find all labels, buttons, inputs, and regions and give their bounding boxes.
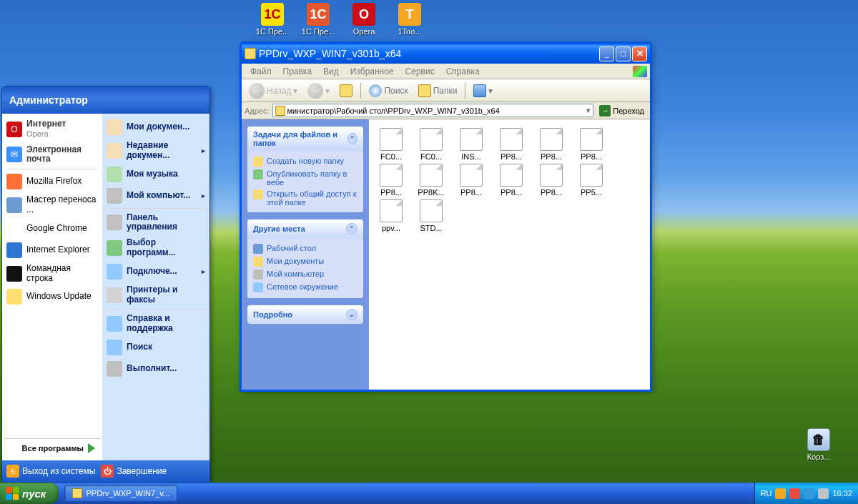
start-right-item-6[interactable]: Подключе...▸ [104, 261, 208, 282]
file-icon [380, 128, 403, 151]
desktop-icon-1c-2[interactable]: 1C 1C Пре... [300, 3, 336, 36]
file-icon [580, 164, 603, 187]
recycle-bin-icon[interactable]: 🗑 Корз... [801, 428, 837, 461]
views-button[interactable]: ▾ [469, 82, 497, 99]
desktop-icon-1c-1[interactable]: 1C 1C Пре... [255, 3, 290, 36]
menu-favorites[interactable]: Избранное [345, 65, 400, 78]
file-item[interactable]: FC0... [415, 128, 448, 161]
panel-header[interactable]: Подробно⌄ [247, 305, 363, 324]
desktop-icon-opera[interactable]: O Opera [346, 3, 382, 36]
file-icon [540, 164, 563, 187]
place-desktop[interactable]: Рабочий стол [253, 242, 358, 255]
start-item-5[interactable]: Windows Update [4, 286, 101, 307]
logoff-button[interactable]: ⎋Выход из системы [6, 465, 95, 478]
explorer-window: PPDrv_WXP_WIN7_v301b_x64 _ □ ✕ Файл Прав… [240, 41, 652, 392]
file-item[interactable]: PP8... [535, 128, 568, 161]
tray-icon[interactable] [804, 488, 814, 499]
start-item-1[interactable]: Мастер переноса ... [4, 192, 101, 218]
maximize-button[interactable]: □ [616, 46, 631, 61]
titlebar[interactable]: PPDrv_WXP_WIN7_v301b_x64 _ □ ✕ [242, 44, 650, 64]
tray-volume-icon[interactable] [818, 488, 829, 499]
address-path: министратор\Рабочий стол\PPDrv_WXP_WIN7_… [287, 107, 585, 115]
task-publish[interactable]: Опубликовать папку в вебе [253, 168, 358, 188]
start-right-item-5[interactable]: Выбор программ... [104, 235, 208, 261]
start-menu-left: O ИнтернетOpera ✉ Электронная почта Mozi… [2, 114, 102, 460]
start-item-0[interactable]: Mozilla Firefox [4, 171, 101, 192]
file-item[interactable]: INS... [455, 128, 488, 161]
place-documents[interactable]: Мои документы [253, 255, 358, 268]
arrow-right-icon [88, 443, 95, 453]
start-right-item-8[interactable]: Справка и поддержка [104, 311, 208, 337]
toolbar: ←Назад ▾ →▾ Поиск Папки ▾ [242, 79, 650, 102]
task-new-folder[interactable]: Создать новую папку [253, 155, 358, 168]
menu-file[interactable]: Файл [245, 65, 277, 78]
pinned-email[interactable]: ✉ Электронная почта [4, 142, 101, 168]
start-item-3[interactable]: Internet Explorer [4, 239, 101, 261]
address-bar: Адрес: министратор\Рабочий стол\PPDrv_WX… [242, 102, 650, 119]
start-right-item-4[interactable]: Панель управления [104, 210, 208, 236]
task-pane: Задачи для файлов и папок⌃ Создать новую… [242, 119, 369, 390]
start-right-item-2[interactable]: Моя музыка [104, 164, 208, 185]
start-button[interactable]: пуск [0, 483, 59, 504]
all-programs-button[interactable]: Все программы [4, 438, 101, 458]
clock[interactable]: 16:32 [832, 489, 852, 498]
forward-button[interactable]: →▾ [303, 81, 334, 101]
file-icon [380, 199, 403, 222]
go-button[interactable]: →Переход [596, 104, 647, 117]
file-icon [580, 128, 603, 151]
desktop: 1C 1C Пре... 1C 1C Пре... O Opera T 1Too… [0, 0, 858, 504]
folder-icon [245, 48, 256, 59]
file-item[interactable]: PP8K... [415, 164, 448, 197]
explorer-body: Задачи для файлов и папок⌃ Создать новую… [242, 119, 650, 390]
pinned-internet[interactable]: O ИнтернетOpera [4, 117, 101, 142]
minimize-button[interactable]: _ [599, 46, 614, 61]
tray-icon[interactable] [775, 488, 786, 499]
place-network[interactable]: Сетевое окружение [253, 281, 358, 294]
start-menu-right: Мои докумен...Недавние докумен...▸Моя му… [102, 114, 209, 460]
language-indicator[interactable]: RU [761, 489, 772, 498]
menu-tools[interactable]: Сервис [400, 65, 440, 78]
file-list[interactable]: FC0...FC0...INS...PP8...PP8...PP8...PP8.… [369, 119, 650, 390]
file-item[interactable]: FC0... [375, 128, 408, 161]
start-right-item-1[interactable]: Недавние докумен...▸ [104, 138, 208, 164]
file-item[interactable]: PP8... [575, 128, 608, 161]
tray-icon[interactable] [789, 488, 800, 499]
start-right-item-9[interactable]: Поиск [104, 337, 208, 358]
close-button[interactable]: ✕ [632, 46, 647, 61]
back-button[interactable]: ←Назад ▾ [245, 81, 302, 101]
file-item[interactable]: ppv... [375, 199, 408, 232]
up-button[interactable] [335, 82, 357, 99]
address-label: Адрес: [245, 107, 270, 115]
start-item-2[interactable]: Google Chrome [4, 218, 101, 239]
desktop-icon-1tool[interactable]: T 1Too... [392, 3, 428, 36]
desktop-icons-row: 1C 1C Пре... 1C 1C Пре... O Opera T 1Too… [255, 3, 428, 36]
file-item[interactable]: PP5... [575, 164, 608, 197]
shutdown-button[interactable]: ⏻Завершение [101, 465, 167, 478]
task-share[interactable]: Открыть общий доступ к этой папке [253, 188, 358, 208]
start-right-item-3[interactable]: Мой компьют...▸ [104, 185, 208, 207]
folders-button[interactable]: Папки [414, 82, 462, 99]
file-item[interactable]: PP8... [535, 164, 568, 197]
taskbar-task-explorer[interactable]: PPDrv_WXP_WIN7_v... [64, 485, 177, 502]
file-item[interactable]: PP8... [375, 164, 408, 197]
window-title: PPDrv_WXP_WIN7_v301b_x64 [259, 48, 598, 59]
start-item-4[interactable]: Командная строка [4, 261, 101, 287]
windows-logo-icon [6, 487, 19, 500]
file-item[interactable]: STD... [415, 199, 448, 232]
menu-help[interactable]: Справка [440, 65, 485, 78]
file-item[interactable]: PP8... [455, 164, 488, 197]
menu-view[interactable]: Вид [317, 65, 345, 78]
file-item[interactable]: PP8... [495, 164, 528, 197]
start-right-item-0[interactable]: Мои докумен... [104, 117, 208, 138]
place-computer[interactable]: Мой компьютер [253, 268, 358, 281]
address-input[interactable]: министратор\Рабочий стол\PPDrv_WXP_WIN7_… [272, 104, 594, 117]
menu-edit[interactable]: Правка [277, 65, 318, 78]
panel-header[interactable]: Другие места⌃ [247, 219, 363, 238]
start-right-item-7[interactable]: Принтеры и факсы [104, 282, 208, 308]
file-item[interactable]: PP8... [495, 128, 528, 161]
file-icon [380, 164, 403, 187]
start-right-item-10[interactable]: Выполнит... [104, 358, 208, 380]
panel-header[interactable]: Задачи для файлов и папок⌃ [247, 127, 363, 151]
search-button[interactable]: Поиск [365, 82, 412, 99]
chevron-up-icon: ⌃ [346, 223, 358, 234]
